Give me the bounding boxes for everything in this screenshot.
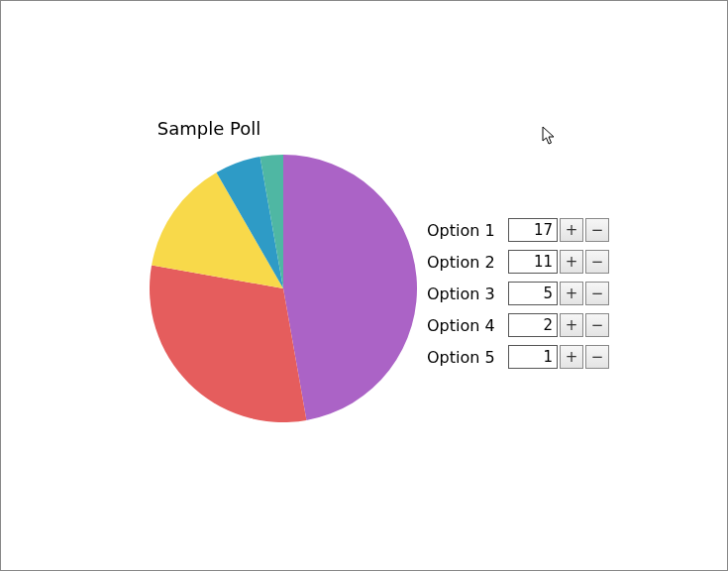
mouse-cursor-icon bbox=[542, 126, 558, 146]
decrement-button[interactable]: − bbox=[585, 345, 609, 369]
value-input[interactable]: 11 bbox=[508, 250, 558, 274]
increment-button[interactable]: + bbox=[560, 282, 583, 305]
chart-title: Sample Poll bbox=[1, 118, 417, 139]
decrement-button[interactable]: − bbox=[585, 282, 609, 305]
poll-controls: Option 1 17 + − Option 2 11 + − Option 3… bbox=[427, 217, 609, 370]
increment-button[interactable]: + bbox=[560, 218, 583, 242]
decrement-button[interactable]: − bbox=[585, 313, 609, 337]
row-label: Option 5 bbox=[427, 348, 508, 367]
row-option-1: Option 1 17 + − bbox=[427, 217, 609, 243]
row-label: Option 1 bbox=[427, 221, 508, 240]
row-option-4: Option 4 2 + − bbox=[427, 312, 609, 338]
value-input[interactable]: 5 bbox=[508, 282, 558, 305]
row-option-3: Option 3 5 + − bbox=[427, 281, 609, 306]
pie-slice-2 bbox=[150, 266, 306, 422]
row-label: Option 2 bbox=[427, 253, 508, 272]
row-option-2: Option 2 11 + − bbox=[427, 249, 609, 275]
pie-slice-1 bbox=[283, 155, 417, 420]
value-input[interactable]: 1 bbox=[508, 345, 558, 369]
value-input[interactable]: 17 bbox=[508, 218, 558, 242]
row-option-5: Option 5 1 + − bbox=[427, 344, 609, 370]
decrement-button[interactable]: − bbox=[585, 218, 609, 242]
increment-button[interactable]: + bbox=[560, 345, 583, 369]
decrement-button[interactable]: − bbox=[585, 250, 609, 274]
row-label: Option 4 bbox=[427, 316, 508, 335]
increment-button[interactable]: + bbox=[560, 313, 583, 337]
row-label: Option 3 bbox=[427, 285, 508, 303]
value-input[interactable]: 2 bbox=[508, 313, 558, 337]
increment-button[interactable]: + bbox=[560, 250, 583, 274]
pie-chart bbox=[150, 155, 417, 422]
